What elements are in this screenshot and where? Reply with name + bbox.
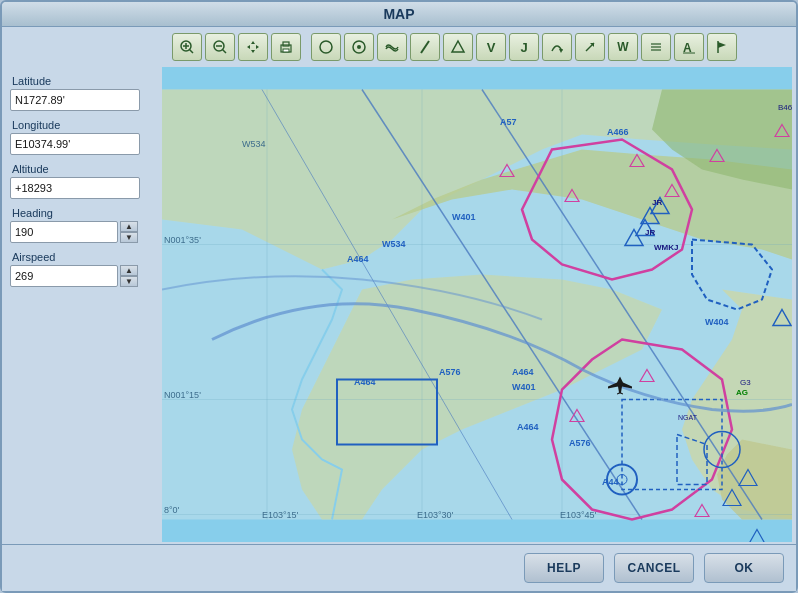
svg-text:A55: A55 [707,542,720,543]
svg-text:A464: A464 [354,377,376,387]
airspeed-field-group: Airspeed ▲ ▼ [10,251,154,287]
layer-v-button[interactable]: V [476,33,506,61]
svg-text:W401: W401 [512,382,536,392]
airspeed-input[interactable] [10,265,118,287]
help-button[interactable]: HELP [524,553,604,583]
altitude-field-group: Altitude [10,163,154,199]
svg-marker-19 [559,49,563,53]
svg-text:E103°45': E103°45' [560,510,597,520]
map-svg: N001°35' W534 N001°15' 8°0' E103°15' E10… [162,67,792,542]
title-bar: MAP [2,2,796,27]
heading-down-button[interactable]: ▼ [120,232,138,243]
svg-text:A44: A44 [602,477,619,487]
zoom-in-button[interactable] [172,33,202,61]
altitude-input[interactable] [10,177,140,199]
svg-line-17 [421,41,429,53]
sidebar: Latitude Longitude Altitude Heading ▲ ▼ [2,65,162,544]
svg-marker-10 [256,45,259,49]
bottom-bar: HELP CANCEL OK [2,544,796,591]
ok-button[interactable]: OK [704,553,784,583]
content-area: Latitude Longitude Altitude Heading ▲ ▼ [2,65,796,544]
layer-a-button[interactable]: A [674,33,704,61]
svg-text:E103°30': E103°30' [417,510,454,520]
main-window: MAP V [0,0,798,593]
pan-button[interactable] [238,33,268,61]
v-icon: V [487,40,496,55]
window-title: MAP [383,6,414,22]
svg-text:A464: A464 [347,254,369,264]
airspeed-up-button[interactable]: ▲ [120,265,138,276]
layer-curve-button[interactable] [542,33,572,61]
airspeed-label: Airspeed [10,251,154,263]
svg-text:JR: JR [645,228,655,237]
svg-marker-104 [748,530,766,543]
cancel-button[interactable]: CANCEL [614,553,694,583]
svg-text:8°0': 8°0' [164,505,180,515]
w-icon: W [617,40,628,54]
svg-text:AG: AG [736,388,748,397]
latitude-field-group: Latitude [10,75,154,111]
svg-text:G3: G3 [740,378,751,387]
zoom-out-button[interactable] [205,33,235,61]
layer-flag-button[interactable] [707,33,737,61]
map-view[interactable]: N001°35' W534 N001°15' 8°0' E103°15' E10… [162,67,792,542]
layer-circle2-button[interactable] [344,33,374,61]
svg-text:W404: W404 [705,317,729,327]
svg-text:A576: A576 [439,367,461,377]
svg-text:JR: JR [652,198,662,207]
heading-stepper: ▲ ▼ [10,221,154,243]
altitude-label: Altitude [10,163,154,175]
svg-point-14 [320,41,332,53]
svg-text:WMKJ: WMKJ [654,243,678,252]
latitude-label: Latitude [10,75,154,87]
layer-arrow-button[interactable] [575,33,605,61]
svg-text:A464: A464 [512,367,534,377]
svg-text:N001°35': N001°35' [164,235,201,245]
svg-text:A576: A576 [569,438,591,448]
heading-input[interactable] [10,221,118,243]
heading-label: Heading [10,207,154,219]
longitude-input[interactable] [10,133,140,155]
layer-triangle-button[interactable] [443,33,473,61]
svg-line-5 [223,50,227,54]
svg-text:W401: W401 [452,212,476,222]
longitude-field-group: Longitude [10,119,154,155]
svg-text:N001°15': N001°15' [164,390,201,400]
heading-field-group: Heading ▲ ▼ [10,207,154,243]
svg-text:A464: A464 [517,422,539,432]
longitude-label: Longitude [10,119,154,131]
j-icon: J [520,40,527,55]
print-button[interactable] [271,33,301,61]
svg-rect-12 [283,42,289,46]
svg-text:W534: W534 [242,139,266,149]
svg-point-16 [357,45,361,49]
layer-slash-button[interactable] [410,33,440,61]
svg-marker-7 [251,41,255,44]
airspeed-arrows: ▲ ▼ [120,265,138,287]
svg-text:E103°15': E103°15' [262,510,299,520]
svg-text:A466: A466 [607,127,629,137]
layer-lines-button[interactable] [641,33,671,61]
svg-text:A57: A57 [500,117,517,127]
svg-text:W534: W534 [382,239,406,249]
latitude-input[interactable] [10,89,140,111]
svg-rect-13 [283,49,289,52]
heading-up-button[interactable]: ▲ [120,221,138,232]
svg-marker-18 [452,41,464,52]
svg-line-1 [190,50,194,54]
svg-text:NGAT: NGAT [678,414,698,421]
layer-wave-button[interactable] [377,33,407,61]
layer-w-button[interactable]: W [608,33,638,61]
svg-text:B469: B469 [778,103,792,112]
toolbar: V J W A [2,27,796,65]
airspeed-stepper: ▲ ▼ [10,265,154,287]
heading-arrows: ▲ ▼ [120,221,138,243]
layer-j-button[interactable]: J [509,33,539,61]
svg-marker-8 [251,50,255,53]
svg-marker-9 [247,45,250,49]
airspeed-down-button[interactable]: ▼ [120,276,138,287]
layer-circle-button[interactable] [311,33,341,61]
